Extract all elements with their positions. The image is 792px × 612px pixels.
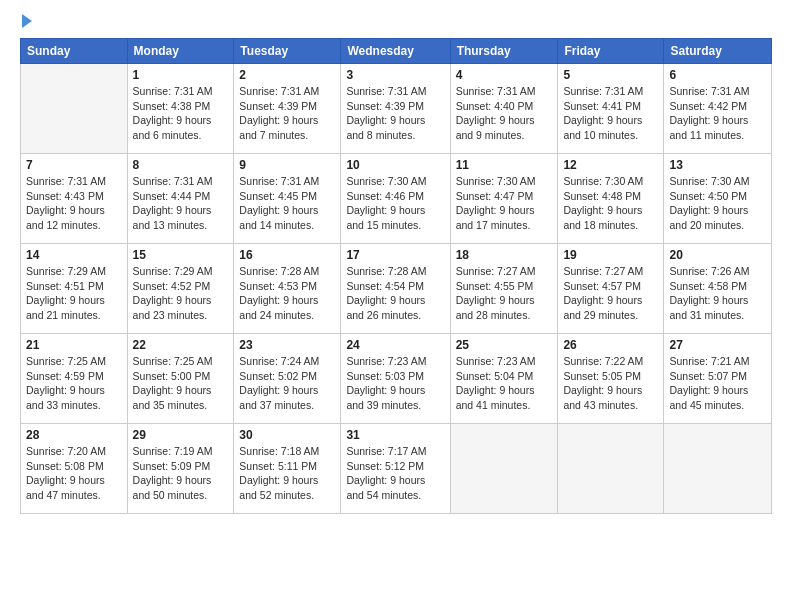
day-info: Sunrise: 7:31 AM Sunset: 4:41 PM Dayligh… — [563, 84, 658, 143]
day-info: Sunrise: 7:23 AM Sunset: 5:04 PM Dayligh… — [456, 354, 553, 413]
calendar-cell: 23Sunrise: 7:24 AM Sunset: 5:02 PM Dayli… — [234, 334, 341, 424]
calendar-cell: 29Sunrise: 7:19 AM Sunset: 5:09 PM Dayli… — [127, 424, 234, 514]
weekday-header: Sunday — [21, 39, 128, 64]
day-info: Sunrise: 7:28 AM Sunset: 4:54 PM Dayligh… — [346, 264, 444, 323]
day-info: Sunrise: 7:22 AM Sunset: 5:05 PM Dayligh… — [563, 354, 658, 413]
day-number: 9 — [239, 158, 335, 172]
calendar-cell: 16Sunrise: 7:28 AM Sunset: 4:53 PM Dayli… — [234, 244, 341, 334]
calendar-cell: 9Sunrise: 7:31 AM Sunset: 4:45 PM Daylig… — [234, 154, 341, 244]
day-number: 27 — [669, 338, 766, 352]
calendar-cell: 14Sunrise: 7:29 AM Sunset: 4:51 PM Dayli… — [21, 244, 128, 334]
calendar-cell: 10Sunrise: 7:30 AM Sunset: 4:46 PM Dayli… — [341, 154, 450, 244]
day-number: 4 — [456, 68, 553, 82]
weekday-header: Tuesday — [234, 39, 341, 64]
day-info: Sunrise: 7:31 AM Sunset: 4:39 PM Dayligh… — [346, 84, 444, 143]
logo-arrow-icon — [22, 14, 32, 28]
calendar-cell: 4Sunrise: 7:31 AM Sunset: 4:40 PM Daylig… — [450, 64, 558, 154]
calendar-cell: 31Sunrise: 7:17 AM Sunset: 5:12 PM Dayli… — [341, 424, 450, 514]
calendar-cell: 24Sunrise: 7:23 AM Sunset: 5:03 PM Dayli… — [341, 334, 450, 424]
weekday-header: Wednesday — [341, 39, 450, 64]
calendar-cell: 21Sunrise: 7:25 AM Sunset: 4:59 PM Dayli… — [21, 334, 128, 424]
day-number: 12 — [563, 158, 658, 172]
day-number: 13 — [669, 158, 766, 172]
calendar-cell: 17Sunrise: 7:28 AM Sunset: 4:54 PM Dayli… — [341, 244, 450, 334]
page: SundayMondayTuesdayWednesdayThursdayFrid… — [0, 0, 792, 612]
calendar-cell: 13Sunrise: 7:30 AM Sunset: 4:50 PM Dayli… — [664, 154, 772, 244]
day-info: Sunrise: 7:18 AM Sunset: 5:11 PM Dayligh… — [239, 444, 335, 503]
calendar-week-row: 21Sunrise: 7:25 AM Sunset: 4:59 PM Dayli… — [21, 334, 772, 424]
day-info: Sunrise: 7:28 AM Sunset: 4:53 PM Dayligh… — [239, 264, 335, 323]
day-number: 19 — [563, 248, 658, 262]
day-number: 1 — [133, 68, 229, 82]
calendar-week-row: 28Sunrise: 7:20 AM Sunset: 5:08 PM Dayli… — [21, 424, 772, 514]
day-number: 3 — [346, 68, 444, 82]
day-info: Sunrise: 7:17 AM Sunset: 5:12 PM Dayligh… — [346, 444, 444, 503]
day-info: Sunrise: 7:30 AM Sunset: 4:46 PM Dayligh… — [346, 174, 444, 233]
calendar-cell: 22Sunrise: 7:25 AM Sunset: 5:00 PM Dayli… — [127, 334, 234, 424]
calendar-cell: 25Sunrise: 7:23 AM Sunset: 5:04 PM Dayli… — [450, 334, 558, 424]
day-number: 25 — [456, 338, 553, 352]
day-info: Sunrise: 7:31 AM Sunset: 4:39 PM Dayligh… — [239, 84, 335, 143]
calendar-cell: 27Sunrise: 7:21 AM Sunset: 5:07 PM Dayli… — [664, 334, 772, 424]
day-number: 18 — [456, 248, 553, 262]
day-info: Sunrise: 7:25 AM Sunset: 4:59 PM Dayligh… — [26, 354, 122, 413]
calendar-cell — [664, 424, 772, 514]
logo — [20, 16, 32, 28]
calendar-cell: 12Sunrise: 7:30 AM Sunset: 4:48 PM Dayli… — [558, 154, 664, 244]
day-info: Sunrise: 7:31 AM Sunset: 4:38 PM Dayligh… — [133, 84, 229, 143]
calendar-cell: 30Sunrise: 7:18 AM Sunset: 5:11 PM Dayli… — [234, 424, 341, 514]
calendar-cell — [450, 424, 558, 514]
calendar-cell — [558, 424, 664, 514]
calendar-cell: 6Sunrise: 7:31 AM Sunset: 4:42 PM Daylig… — [664, 64, 772, 154]
calendar-cell: 7Sunrise: 7:31 AM Sunset: 4:43 PM Daylig… — [21, 154, 128, 244]
calendar-week-row: 14Sunrise: 7:29 AM Sunset: 4:51 PM Dayli… — [21, 244, 772, 334]
day-number: 30 — [239, 428, 335, 442]
day-info: Sunrise: 7:26 AM Sunset: 4:58 PM Dayligh… — [669, 264, 766, 323]
day-number: 31 — [346, 428, 444, 442]
day-number: 28 — [26, 428, 122, 442]
calendar-header-row: SundayMondayTuesdayWednesdayThursdayFrid… — [21, 39, 772, 64]
day-info: Sunrise: 7:31 AM Sunset: 4:43 PM Dayligh… — [26, 174, 122, 233]
day-number: 20 — [669, 248, 766, 262]
calendar-cell: 26Sunrise: 7:22 AM Sunset: 5:05 PM Dayli… — [558, 334, 664, 424]
day-info: Sunrise: 7:30 AM Sunset: 4:47 PM Dayligh… — [456, 174, 553, 233]
day-number: 17 — [346, 248, 444, 262]
day-info: Sunrise: 7:31 AM Sunset: 4:42 PM Dayligh… — [669, 84, 766, 143]
day-info: Sunrise: 7:29 AM Sunset: 4:51 PM Dayligh… — [26, 264, 122, 323]
day-number: 11 — [456, 158, 553, 172]
day-info: Sunrise: 7:31 AM Sunset: 4:40 PM Dayligh… — [456, 84, 553, 143]
calendar-week-row: 1Sunrise: 7:31 AM Sunset: 4:38 PM Daylig… — [21, 64, 772, 154]
day-number: 23 — [239, 338, 335, 352]
weekday-header: Saturday — [664, 39, 772, 64]
weekday-header: Friday — [558, 39, 664, 64]
weekday-header: Monday — [127, 39, 234, 64]
calendar-cell: 3Sunrise: 7:31 AM Sunset: 4:39 PM Daylig… — [341, 64, 450, 154]
day-number: 5 — [563, 68, 658, 82]
day-number: 22 — [133, 338, 229, 352]
calendar-cell: 11Sunrise: 7:30 AM Sunset: 4:47 PM Dayli… — [450, 154, 558, 244]
day-info: Sunrise: 7:25 AM Sunset: 5:00 PM Dayligh… — [133, 354, 229, 413]
day-number: 15 — [133, 248, 229, 262]
day-info: Sunrise: 7:27 AM Sunset: 4:55 PM Dayligh… — [456, 264, 553, 323]
day-info: Sunrise: 7:30 AM Sunset: 4:50 PM Dayligh… — [669, 174, 766, 233]
day-info: Sunrise: 7:27 AM Sunset: 4:57 PM Dayligh… — [563, 264, 658, 323]
day-info: Sunrise: 7:21 AM Sunset: 5:07 PM Dayligh… — [669, 354, 766, 413]
day-number: 26 — [563, 338, 658, 352]
header — [20, 16, 772, 28]
calendar-cell: 1Sunrise: 7:31 AM Sunset: 4:38 PM Daylig… — [127, 64, 234, 154]
day-info: Sunrise: 7:20 AM Sunset: 5:08 PM Dayligh… — [26, 444, 122, 503]
day-info: Sunrise: 7:24 AM Sunset: 5:02 PM Dayligh… — [239, 354, 335, 413]
calendar-cell: 19Sunrise: 7:27 AM Sunset: 4:57 PM Dayli… — [558, 244, 664, 334]
calendar-week-row: 7Sunrise: 7:31 AM Sunset: 4:43 PM Daylig… — [21, 154, 772, 244]
calendar-cell: 8Sunrise: 7:31 AM Sunset: 4:44 PM Daylig… — [127, 154, 234, 244]
day-number: 7 — [26, 158, 122, 172]
calendar-cell: 5Sunrise: 7:31 AM Sunset: 4:41 PM Daylig… — [558, 64, 664, 154]
day-info: Sunrise: 7:30 AM Sunset: 4:48 PM Dayligh… — [563, 174, 658, 233]
calendar-table: SundayMondayTuesdayWednesdayThursdayFrid… — [20, 38, 772, 514]
day-number: 21 — [26, 338, 122, 352]
day-number: 6 — [669, 68, 766, 82]
calendar-cell: 18Sunrise: 7:27 AM Sunset: 4:55 PM Dayli… — [450, 244, 558, 334]
calendar-cell: 20Sunrise: 7:26 AM Sunset: 4:58 PM Dayli… — [664, 244, 772, 334]
day-number: 24 — [346, 338, 444, 352]
day-number: 10 — [346, 158, 444, 172]
